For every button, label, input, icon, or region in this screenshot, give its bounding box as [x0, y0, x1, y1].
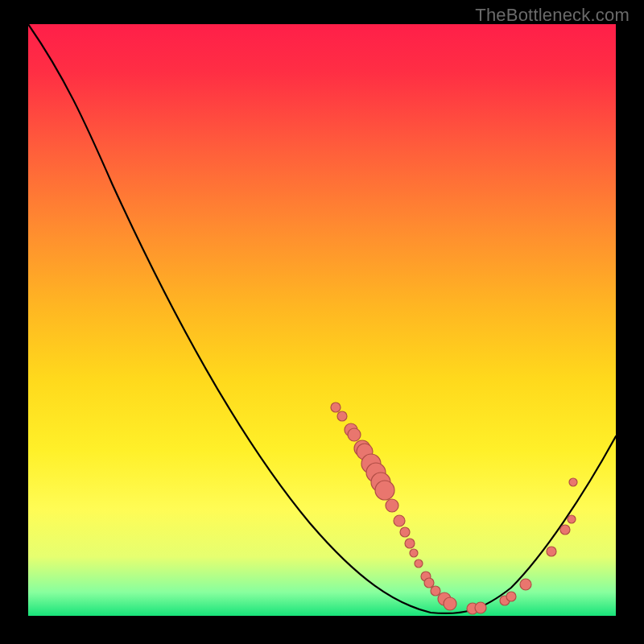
data-point [386, 499, 398, 512]
data-point [547, 547, 556, 556]
data-point [568, 515, 576, 523]
data-point [520, 579, 531, 590]
bottleneck-curve [28, 24, 616, 613]
data-point [394, 515, 405, 526]
chart-plot-area [28, 24, 616, 616]
data-point [444, 597, 456, 610]
chart-svg [28, 24, 616, 616]
data-point [431, 586, 440, 596]
watermark-text: TheBottleneck.com [475, 5, 630, 26]
data-point-group [331, 402, 577, 614]
data-point [415, 559, 423, 568]
data-point [348, 428, 361, 441]
data-point [475, 602, 486, 613]
data-point [375, 481, 394, 500]
data-point [569, 478, 577, 486]
data-point [424, 578, 434, 588]
data-point [506, 592, 516, 601]
data-point [405, 539, 415, 548]
data-point [400, 527, 410, 537]
data-point [331, 402, 341, 412]
data-point [337, 411, 347, 421]
data-point [560, 525, 570, 535]
data-point [410, 549, 418, 557]
